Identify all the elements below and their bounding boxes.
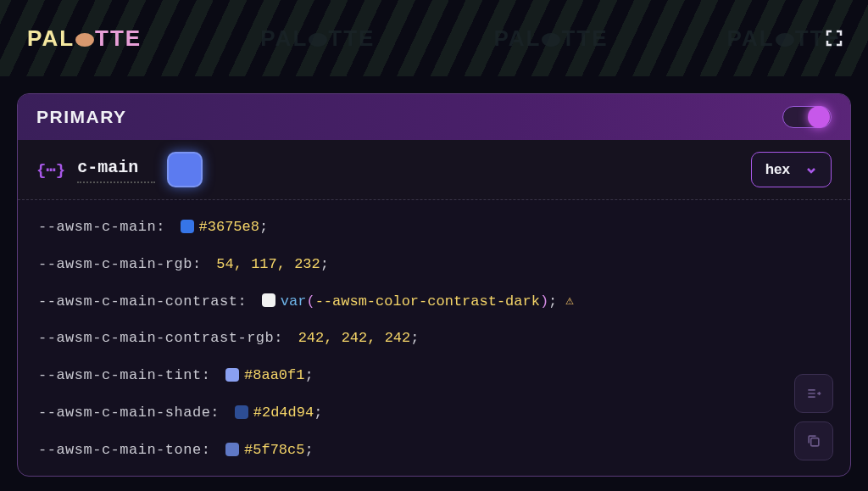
var-value: 54, 117, 232 [216, 254, 320, 275]
var-name: --awsm-c-main [38, 217, 156, 237]
palette-icon [75, 33, 94, 47]
variable-list: --awsm-c-main: #3675e8; --awsm-c-main-rg… [18, 200, 850, 476]
export-button[interactable] [794, 374, 833, 413]
var-func: var [281, 292, 307, 312]
variable-row: --awsm-c-main-rgb: 54, 117, 232; [38, 254, 830, 275]
var-name: --awsm-c-main-tone [38, 440, 202, 460]
logo-text: TTE [95, 25, 142, 52]
inline-swatch [181, 220, 194, 233]
var-value: #2d4d94 [253, 403, 314, 423]
inline-swatch [262, 293, 275, 307]
section-title: PRIMARY [36, 107, 127, 127]
app-logo-ghost: PALTTE [493, 25, 608, 52]
main-color-swatch[interactable] [167, 152, 203, 187]
inline-swatch [235, 405, 248, 419]
warning-icon: ⚠ [565, 292, 574, 310]
app-logo: PAL TTE [27, 25, 142, 52]
var-arg: --awsm-color-contrast-dark [315, 292, 540, 312]
copy-button[interactable] [794, 421, 833, 460]
app-logo-ghost: PALTTE [260, 25, 375, 52]
var-value: #8aa0f1 [244, 365, 304, 386]
enable-toggle[interactable] [782, 106, 832, 128]
var-name: --awsm-c-main-rgb [38, 254, 192, 275]
inline-swatch [225, 368, 239, 382]
var-value: #3675e8 [199, 217, 259, 237]
variable-row: --awsm-c-main: #3675e8; [38, 217, 830, 237]
card-header: PRIMARY [18, 94, 850, 140]
svg-rect-0 [811, 438, 819, 445]
logo-text: PAL [27, 25, 75, 52]
var-name: --awsm-c-main-tint [38, 365, 202, 386]
braces-icon: {⋯} [36, 159, 65, 180]
color-name-input[interactable] [77, 156, 155, 183]
logo-row: PAL TTE PALTTE PALTTE PALTTE PALTTE [0, 25, 868, 52]
var-name: --awsm-c-main-contrast [38, 292, 237, 312]
inline-swatch [225, 443, 239, 456]
var-name: --awsm-c-main-contrast-rgb [38, 328, 274, 349]
toggle-knob [808, 106, 830, 128]
subheader-left: {⋯} [36, 152, 203, 187]
var-value: #5f78c5 [244, 440, 304, 460]
format-label: hex [765, 161, 790, 178]
variable-row: --awsm-c-main-contrast-rgb: 242, 242, 24… [38, 328, 830, 349]
var-value: 242, 242, 242 [298, 328, 411, 349]
format-select[interactable]: hex [751, 152, 832, 187]
header-strip: PAL TTE PALTTE PALTTE PALTTE PALTTE [0, 0, 868, 76]
variable-row: --awsm-c-main-tint: #8aa0f1; [38, 365, 830, 386]
fullscreen-button[interactable] [824, 28, 844, 48]
side-actions [794, 374, 833, 460]
color-card: PRIMARY {⋯} hex --awsm-c-main: #3675e8; … [17, 93, 851, 477]
variable-row: --awsm-c-main-tone: #5f78c5; [38, 440, 830, 460]
variable-row: --awsm-c-main-contrast: var(--awsm-color… [38, 292, 830, 312]
variable-row: --awsm-c-main-shade: #2d4d94; [38, 403, 830, 423]
card-subheader: {⋯} hex [18, 140, 850, 200]
chevron-down-icon [805, 164, 817, 176]
var-name: --awsm-c-main-shade [38, 403, 210, 423]
